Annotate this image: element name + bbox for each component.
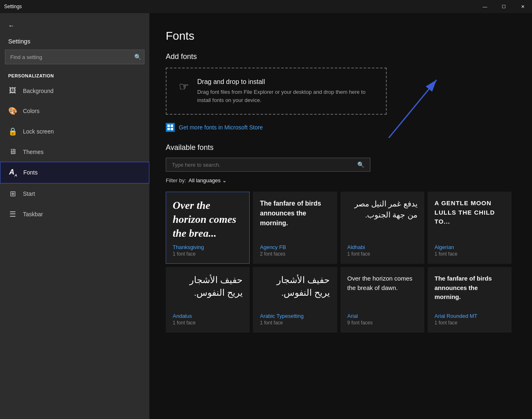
drop-title: Drag and drop to install [197,78,374,86]
page-title: Fonts [166,29,512,43]
font-preview-text: Over the horizon comes the brea... [173,199,243,240]
font-card-arabic-typesetting[interactable]: حفيف الأشجار يريح النفوس. Arabic Typeset… [253,267,337,333]
font-name: Arial Rounded MT [435,313,505,319]
drop-description: Drag font files from File Explorer or yo… [197,88,374,104]
sidebar: ← Settings 🔍 Personalization 🖼 Backgroun… [0,13,149,419]
themes-icon: 🖥 [8,147,17,156]
font-card-arial[interactable]: Over the horizon comes the break of dawn… [340,267,424,333]
back-icon: ← [8,22,15,29]
content-area: Fonts Add fonts ☞ Drag and drop to insta… [149,13,532,419]
font-preview: حفيف الأشجار يريح النفوس. [173,274,243,313]
filter-bar: Filter by: All languages ⌄ [166,177,512,183]
store-link-text[interactable]: Get more fonts in Microsoft Store [179,124,263,131]
chevron-down-icon: ⌄ [222,177,227,183]
store-link[interactable]: Get more fonts in Microsoft Store [166,123,512,132]
font-preview-text: يدفع غمر النيل مصر من جهة الجنوب. [347,199,417,220]
font-faces: 1 font face [173,251,243,257]
store-icon [166,123,175,132]
fonts-search-input[interactable] [166,159,352,171]
search-box: 🔍 [5,50,144,64]
lockscreen-icon: 🔒 [8,127,17,136]
font-preview: The fanfare of birds announces the morni… [435,274,505,313]
sidebar-item-label: Fonts [23,169,38,176]
font-name: Arial [347,313,417,319]
available-fonts-title: Available fonts [166,143,512,152]
fonts-search-button[interactable]: 🔍 [352,158,370,171]
sidebar-item-lockscreen[interactable]: 🔒 Lock screen [0,121,149,142]
font-faces: 1 font face [435,320,505,326]
sidebar-item-label: Start [23,190,35,197]
font-preview-text: حفيف الأشجار يريح النفوس. [173,274,243,299]
add-fonts-title: Add fonts [166,52,512,61]
fonts-icon: AA [9,168,18,177]
font-faces: 1 font face [347,251,417,257]
font-card-thanksgiving[interactable]: Over the horizon comes the brea... Thank… [166,192,250,264]
taskbar-icon: ☰ [8,210,17,219]
font-faces: 9 font faces [347,320,417,326]
font-preview: Over the horizon comes the brea... [173,199,243,244]
font-preview-text: حفيف الأشجار يريح النفوس. [260,274,330,299]
filter-dropdown[interactable]: All languages ⌄ [189,177,227,183]
font-faces: 1 font face [435,251,505,257]
font-card-agency-fb[interactable]: The fanfare of birds announces the morni… [253,192,337,264]
filter-label: Filter by: [166,177,186,183]
colors-icon: 🎨 [8,106,17,116]
font-faces: 1 font face [260,320,330,326]
font-card-andalus[interactable]: حفيف الأشجار يريح النفوس. Andalus 1 font… [166,267,250,333]
drop-zone-text: Drag and drop to install Drag font files… [197,78,374,104]
close-button[interactable]: ✕ [513,0,532,13]
font-name: Thanksgiving [173,244,243,250]
svg-rect-2 [167,125,170,127]
sidebar-item-label: Lock screen [23,128,54,135]
font-grid: Over the horizon comes the brea... Thank… [166,192,512,333]
sidebar-item-label: Colors [23,108,39,114]
font-card-arial-rounded[interactable]: The fanfare of birds announces the morni… [428,267,512,333]
sidebar-item-label: Taskbar [23,211,43,217]
font-preview-text: The fanfare of birds announces the morni… [260,199,330,228]
font-preview: Over the horizon comes the break of dawn… [347,274,417,313]
sidebar-item-label: Background [23,88,54,94]
titlebar: Settings — ☐ ✕ [0,0,532,13]
search-icon: 🔍 [134,54,141,60]
font-name: Arabic Typesetting [260,313,330,319]
back-button[interactable]: ← [0,17,149,34]
svg-rect-5 [171,128,173,130]
sidebar-item-themes[interactable]: 🖥 Themes [0,142,149,162]
drop-zone[interactable]: ☞ Drag and drop to install Drag font fil… [166,68,387,115]
font-preview: يدفع غمر النيل مصر من جهة الجنوب. [347,199,417,244]
font-preview-text: A GENTLE MOON LULLS THE CHILD TO... [435,199,505,226]
titlebar-controls: — ☐ ✕ [476,0,532,13]
font-preview-text: Over the horizon comes the break of dawn… [347,274,417,292]
background-icon: 🖼 [8,86,17,95]
font-card-algerian[interactable]: A GENTLE MOON LULLS THE CHILD TO... Alge… [428,192,512,264]
titlebar-title: Settings [4,4,22,9]
font-faces: 1 font face [173,320,243,326]
minimize-button[interactable]: — [476,0,494,13]
font-name: Aldhabi [347,244,417,250]
maximize-button[interactable]: ☐ [494,0,513,13]
main-container: ← Settings 🔍 Personalization 🖼 Backgroun… [0,13,532,419]
sidebar-item-fonts[interactable]: AA Fonts [0,162,149,183]
font-name: Andalus [173,313,243,319]
sidebar-item-start[interactable]: ⊞ Start [0,183,149,204]
font-preview: A GENTLE MOON LULLS THE CHILD TO... [435,199,505,244]
sidebar-item-colors[interactable]: 🎨 Colors [0,101,149,121]
svg-rect-3 [171,125,173,127]
font-preview-text: The fanfare of birds announces the morni… [435,274,505,302]
svg-rect-4 [167,128,170,130]
font-card-aldhabi[interactable]: يدفع غمر النيل مصر من جهة الجنوب. Aldhab… [340,192,424,264]
search-input[interactable] [5,50,144,64]
start-icon: ⊞ [8,189,17,198]
section-label: Personalization [0,71,149,81]
font-name: Algerian [435,244,505,250]
font-name: Agency FB [260,244,330,250]
sidebar-item-background[interactable]: 🖼 Background [0,81,149,101]
font-faces: 2 font faces [260,251,330,257]
fonts-search-container: 🔍 [166,158,370,172]
filter-value: All languages [189,177,221,183]
sidebar-item-label: Themes [23,149,44,155]
app-title: Settings [0,34,149,50]
cursor-icon: ☞ [179,80,189,93]
sidebar-item-taskbar[interactable]: ☰ Taskbar [0,204,149,224]
font-preview: The fanfare of birds announces the morni… [260,199,330,244]
